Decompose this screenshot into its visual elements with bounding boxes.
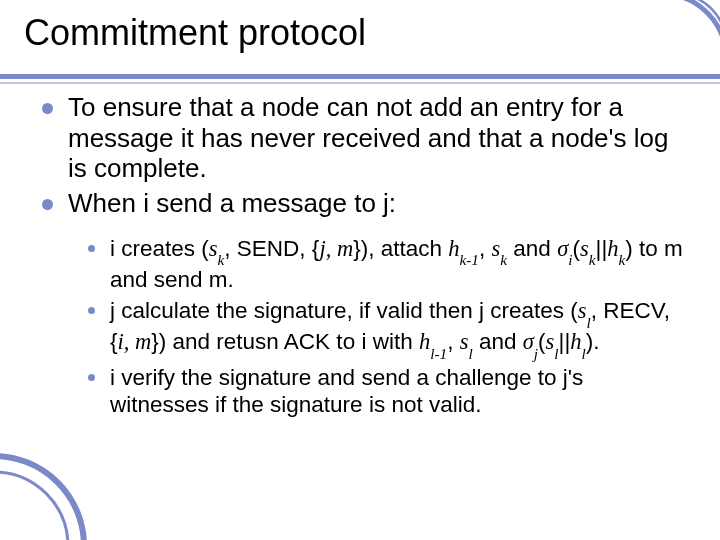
sub-bullet-item: j calculate the signature, if valid then… (86, 297, 684, 359)
rule-thick (0, 74, 720, 79)
corner-decoration-bottom-left (0, 426, 114, 540)
bullet-text: When i send a message to j: (68, 188, 396, 218)
title-area: Commitment protocol (0, 12, 720, 74)
slide-title: Commitment protocol (24, 12, 366, 54)
slide: Commitment protocol To ensure that a nod… (0, 0, 720, 540)
sub-bullet-text: i creates (sk, SEND, {j, m}), attach hk-… (110, 236, 683, 292)
bullet-text: To ensure that a node can not add an ent… (68, 92, 668, 183)
bullet-item: When i send a message to j: i creates (s… (38, 188, 684, 418)
sub-bullet-item: i verify the signature and send a challe… (86, 364, 684, 419)
rule-thin (0, 82, 720, 84)
corner-decoration-top-right (638, 0, 720, 82)
sub-bullet-text: j calculate the signature, if valid then… (110, 298, 670, 354)
bullet-list: To ensure that a node can not add an ent… (38, 92, 684, 418)
sub-bullet-item: i creates (sk, SEND, {j, m}), attach hk-… (86, 235, 684, 294)
bullet-item: To ensure that a node can not add an ent… (38, 92, 684, 184)
sub-bullet-text: i verify the signature and send a challe… (110, 365, 583, 417)
sub-bullet-list: i creates (sk, SEND, {j, m}), attach hk-… (86, 235, 684, 419)
content-area: To ensure that a node can not add an ent… (38, 92, 684, 422)
